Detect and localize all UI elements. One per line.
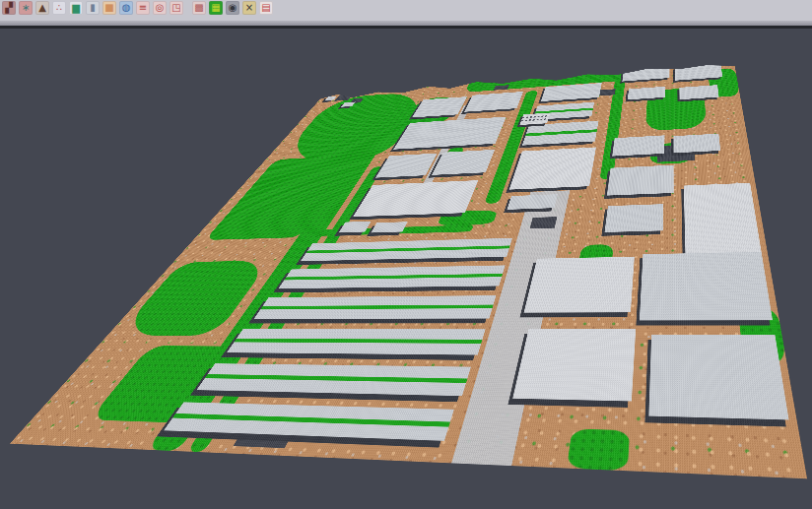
- 3d-viewport[interactable]: [0, 29, 812, 509]
- building-roof: [622, 67, 669, 81]
- building-roof: [464, 92, 523, 112]
- building-roof: [524, 257, 635, 313]
- delete-icon[interactable]: ×: [242, 1, 256, 15]
- point-cloud-ground-plane: [10, 62, 807, 478]
- sparse-points-icon[interactable]: ∴: [52, 1, 66, 15]
- building-roof: [607, 165, 674, 196]
- log-stripes-icon[interactable]: ▤: [259, 1, 273, 15]
- point-pair-align-icon[interactable]: ∗: [19, 1, 33, 15]
- checker-square-icon[interactable]: ▩: [192, 1, 206, 15]
- target-circle-icon[interactable]: ◎: [153, 1, 167, 15]
- warehouse-roof: [522, 121, 599, 146]
- building-roof: [541, 83, 602, 101]
- building-roof: [512, 329, 636, 402]
- vegetation-patch: [567, 428, 630, 471]
- no-data-hole: [494, 85, 509, 90]
- mesh-icon[interactable]: ▞: [2, 1, 16, 15]
- building-roof: [371, 222, 407, 232]
- warehouse-roof: [254, 295, 497, 319]
- app-window: ▞∗▲∴▆▮■◍≡◎◳▩▦◉×▤: [0, 0, 812, 509]
- globe-icon[interactable]: ◍: [119, 1, 133, 15]
- canopy-icon[interactable]: ▆: [69, 1, 83, 15]
- warehouse-roof: [278, 265, 505, 288]
- building-roof: [640, 252, 773, 321]
- ruler-icon[interactable]: ▮: [86, 1, 100, 15]
- building-roof: [509, 147, 596, 189]
- building-roof: [679, 85, 718, 99]
- layers-icon[interactable]: ≡: [136, 1, 150, 15]
- no-data-hole: [599, 89, 615, 95]
- plane-fit-icon[interactable]: ■: [102, 1, 116, 15]
- building-roof: [353, 180, 478, 217]
- building-roof: [519, 113, 550, 125]
- classification-raster-icon[interactable]: ▦: [209, 1, 223, 15]
- snapshot-icon[interactable]: ◉: [226, 1, 239, 15]
- building-roof: [605, 204, 664, 232]
- no-data-hole: [530, 217, 558, 228]
- warehouse-roof: [227, 329, 486, 355]
- building-roof: [648, 335, 788, 420]
- main-toolbar: ▞∗▲∴▆▮■◍≡◎◳▩▦◉×▤: [0, 0, 812, 21]
- building-roof: [508, 194, 558, 210]
- building-roof: [612, 135, 664, 156]
- terrain-icon[interactable]: ▲: [35, 1, 49, 15]
- selection-box-icon[interactable]: ◳: [169, 1, 183, 15]
- building-roof: [673, 134, 720, 154]
